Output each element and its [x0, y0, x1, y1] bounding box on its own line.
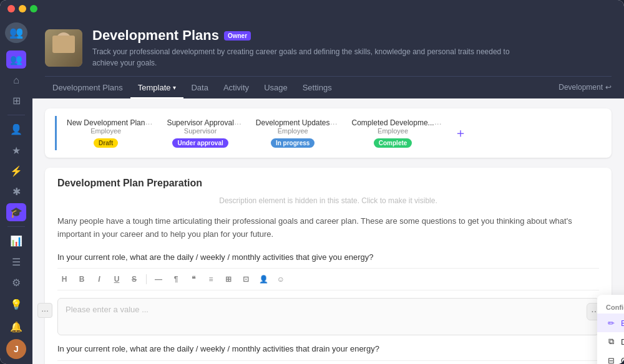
sidebar-divider2 [7, 226, 25, 227]
ctx-item-label: Change section [621, 356, 624, 364]
minimize-button[interactable] [19, 5, 26, 12]
content-area: New Development Plan Employee Draft ··· … [32, 98, 624, 364]
nav-data[interactable]: Data [183, 78, 215, 98]
stage-role-1: Employee [90, 127, 121, 135]
nav-development-plans[interactable]: Development Plans [45, 78, 130, 98]
toolbar-image[interactable]: ⊡ [239, 272, 253, 286]
toolbar-h[interactable]: H [57, 272, 71, 286]
element-dots-button[interactable]: ··· [37, 303, 52, 318]
stage-badge-3: In progress [271, 138, 314, 148]
stage-dots-2[interactable]: ··· [234, 118, 241, 128]
stage-title-3: Development Updates [256, 118, 330, 127]
toolbar-divider [146, 274, 147, 284]
ctx-item-edit-description[interactable]: ✏ Edit description [597, 314, 624, 332]
app-title: Development Plans [92, 27, 219, 44]
question-2-section: In your current role, what are the daily… [57, 343, 599, 364]
form-card-title: Development Plan Preparation [57, 178, 599, 189]
env-icon: ↩ [605, 83, 612, 92]
ctx-item-label: Edit description [621, 318, 624, 328]
sidebar-item-people[interactable]: 👥 [6, 50, 26, 69]
form-question-1: In your current role, what are the daily… [57, 251, 599, 264]
duplicate-icon: ⧉ [606, 337, 616, 347]
form-question-2: In your current role, what are the daily… [57, 343, 599, 355]
app-avatar [45, 29, 82, 67]
sidebar-item-bulb[interactable]: 💡 [6, 294, 26, 314]
toolbar-user[interactable]: 👤 [256, 272, 270, 286]
sidebar-user-avatar[interactable]: J [6, 339, 26, 359]
stage-badge-2: Under approval [172, 138, 228, 148]
toolbar-quote[interactable]: ❝ [187, 272, 200, 286]
form-description: Many people have a tough time articulati… [57, 215, 599, 241]
stage-role-2: Supervisor [184, 127, 217, 135]
sidebar-item-settings[interactable]: ⚙ [6, 274, 26, 292]
form-input-placeholder: Please enter a value ... [66, 305, 149, 314]
toolbar-table[interactable]: ⊞ [222, 272, 235, 286]
nav-template[interactable]: Template ▾ [130, 78, 184, 98]
sidebar-item-asterisk[interactable]: ✱ [6, 183, 26, 201]
close-button[interactable] [7, 5, 15, 12]
stage-title-4: Completed Developme... [352, 118, 434, 127]
stage-dots-1[interactable]: ··· [145, 118, 153, 128]
sidebar-item-star[interactable]: ★ [6, 141, 26, 160]
sidebar-item-book[interactable]: 🎓 [6, 203, 26, 221]
form-card: Development Plan Preparation Description… [45, 168, 612, 364]
stage-dev-updates[interactable]: Development Updates Employee In progress… [244, 116, 340, 150]
app-description: Track your professional development by c… [92, 46, 529, 69]
toolbar-list[interactable]: ≡ [204, 272, 218, 286]
nav-usage[interactable]: Usage [256, 78, 295, 98]
sidebar-item-grid[interactable]: ⊞ [6, 92, 26, 110]
edit-icon: ✏ [606, 318, 616, 328]
nav-settings[interactable]: Settings [295, 78, 339, 98]
toolbar-emoji[interactable]: ☺ [274, 272, 288, 286]
sidebar-item-bolt[interactable]: ⚡ [6, 162, 26, 180]
toolbar-bold[interactable]: B [75, 272, 89, 286]
sidebar-item-list[interactable]: ☰ [6, 253, 26, 271]
form-input-1[interactable]: Please enter a value ... [57, 298, 599, 335]
sidebar: 👥 👥 ⌂ ⊞ 👤 ★ ⚡ ✱ 🎓 📊 ☰ ⚙ 💡 🔔 J [0, 17, 32, 364]
context-menu: Configure element ✏ Edit description ⧉ D… [597, 295, 624, 364]
input-wrapper: ··· ··· Please enter a value ... Configu… [57, 298, 599, 335]
change-section-icon: ⊟ [606, 355, 616, 364]
form-hidden-note[interactable]: Description element is hidden in this st… [57, 191, 599, 210]
sidebar-item-bell[interactable]: 🔔 [6, 317, 26, 337]
toolbar-strikethrough[interactable]: S [127, 272, 141, 286]
stage-role-3: Employee [278, 127, 308, 135]
ctx-section-label-1: Configure element [597, 299, 624, 314]
add-stage-button[interactable]: ＋ [444, 116, 477, 150]
text-toolbar-2: H B I U S — ¶ ❝ ≡ ⊞ ⊡ 👤 [57, 360, 599, 364]
env-badge[interactable]: Development ↩ [558, 83, 612, 92]
titlebar [0, 0, 624, 17]
header: Development Plans Owner Track your profe… [32, 17, 624, 98]
stage-role-4: Employee [378, 127, 408, 135]
stage-new-dev-plan[interactable]: New Development Plan Employee Draft ··· [55, 116, 155, 150]
ctx-item-change-section[interactable]: ⊟ Change section › [597, 351, 624, 364]
text-toolbar: H B I U S — ¶ ❝ ≡ ⊞ ⊡ 👤 [57, 268, 599, 290]
owner-badge: Owner [224, 31, 251, 41]
toolbar-paragraph[interactable]: ¶ [169, 272, 183, 286]
stages-row: New Development Plan Employee Draft ··· … [45, 108, 612, 158]
nav-activity[interactable]: Activity [216, 78, 256, 98]
stage-supervisor-approval[interactable]: Supervisor Approval Supervisor Under app… [155, 116, 243, 150]
toolbar-underline[interactable]: U [110, 272, 124, 286]
stage-dots-4[interactable]: ··· [434, 118, 442, 128]
stage-badge-4: Complete [374, 138, 412, 148]
stage-dots-3[interactable]: ··· [330, 118, 338, 128]
sidebar-item-user[interactable]: 👤 [6, 120, 26, 138]
toolbar-em-dash[interactable]: — [152, 272, 165, 286]
ctx-item-label: Duplicate element [621, 337, 624, 347]
header-nav: Development Plans Template ▾ Data Activi… [45, 76, 612, 98]
sidebar-item-home[interactable]: ⌂ [6, 71, 26, 89]
template-dropdown-arrow: ▾ [173, 84, 176, 91]
sidebar-item-chart[interactable]: 📊 [6, 232, 26, 250]
question-1-section: In your current role, what are the daily… [57, 251, 599, 336]
ctx-item-duplicate[interactable]: ⧉ Duplicate element [597, 332, 624, 351]
stage-badge-1: Draft [94, 138, 118, 148]
stage-title-2: Supervisor Approval [167, 118, 233, 127]
sidebar-divider [7, 115, 25, 115]
sidebar-logo[interactable]: 👥 [5, 22, 27, 43]
stage-completed[interactable]: Completed Developme... Employee Complete… [340, 116, 444, 150]
stage-title-1: New Development Plan [67, 118, 145, 127]
toolbar-italic[interactable]: I [92, 272, 106, 286]
maximize-button[interactable] [30, 5, 37, 12]
